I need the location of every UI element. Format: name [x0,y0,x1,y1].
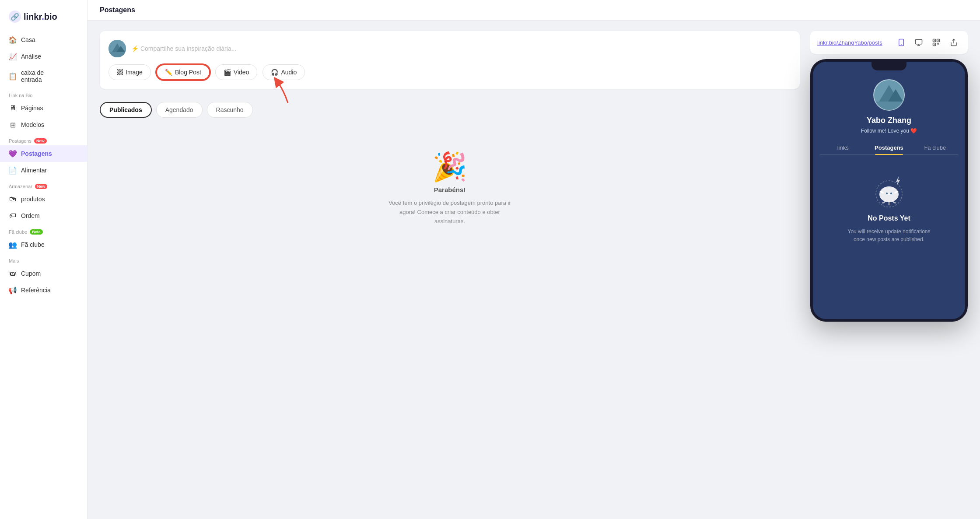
sidebar-item-analise[interactable]: 📈 Análise [0,48,87,65]
sidebar-item-label: Casa [21,36,35,43]
svg-rect-13 [938,40,939,41]
section-link-na-bio: Link na Bio [0,88,87,100]
phone-notch [872,62,906,70]
sidebar-item-label: Ordem [21,212,40,219]
no-posts-description: You will receive update notifications on… [845,228,933,243]
phone-tab-fa-clube[interactable]: Fã clube [912,141,958,154]
logo: 🔗 linkr.bio [0,7,87,32]
mobile-preview-button[interactable] [894,35,908,49]
sidebar-item-cupom[interactable]: 🎟 Cupom [0,265,87,282]
sidebar-item-alimentar[interactable]: 📄 Alimentar [0,162,87,179]
right-panel: linkr.bio/ZhangYabo/posts [810,31,968,508]
left-panel: ⚡ Compartilhe sua inspiração diária... 🖼… [100,31,800,508]
tab-agendado[interactable]: Agendado [156,102,203,118]
svg-point-26 [879,186,899,202]
page-title: Postagens [100,6,135,14]
svg-rect-19 [938,45,939,46]
create-post-card: ⚡ Compartilhe sua inspiração diária... 🖼… [100,31,800,89]
templates-icon: ⊞ [9,121,17,129]
coupon-icon: 🎟 [9,270,17,277]
audio-icon: 🎧 [271,69,278,76]
sidebar-item-label: produtos [21,196,45,203]
empty-description: Você tem o privilégio de postagem pronto… [388,199,511,226]
sidebar-item-modelos[interactable]: ⊞ Modelos [0,116,87,133]
analytics-icon: 📈 [9,53,17,60]
mobile-icon [897,39,905,46]
home-icon: 🏠 [9,36,17,44]
sidebar-item-label: Páginas [21,105,43,112]
post-type-audio[interactable]: 🎧 Audio [262,64,305,80]
tabs-row: Publicados Agendado Rascunho [100,102,800,118]
tab-rascunho[interactable]: Rascunho [207,102,253,118]
pages-icon: 🖥 [9,104,17,112]
post-type-blog[interactable]: ✏️ Blog Post [156,64,210,80]
post-type-video[interactable]: 🎬 Video [215,64,258,80]
sidebar-item-label: Alimentar [21,167,47,174]
post-type-buttons: 🖼 Image ✏️ Blog Post 🎬 Video 🎧 Audio [108,64,791,80]
post-input-row: ⚡ Compartilhe sua inspiração diária... [108,40,791,57]
svg-rect-15 [934,44,935,45]
image-icon: 🖼 [117,69,123,76]
content-area: ⚡ Compartilhe sua inspiração diária... 🖼… [88,21,980,519]
empty-title: Parabéns! [434,186,466,193]
sidebar-item-label: Análise [21,53,41,60]
sidebar: 🔗 linkr.bio 🏠 Casa 📈 Análise 📋 caixa dee… [0,0,88,519]
tab-publicados[interactable]: Publicados [100,102,152,118]
share-icon [950,39,958,46]
phone-tab-links[interactable]: links [820,141,866,154]
svg-rect-18 [937,45,938,46]
section-armazenar: Armazenar New [0,179,87,191]
new-badge: New [34,138,47,144]
sidebar-item-caixa[interactable]: 📋 caixa deentrada [0,65,87,88]
phone-avatar [873,79,905,111]
preview-bar: linkr.bio/ZhangYabo/posts [810,31,968,54]
empty-state: 🎉 Parabéns! Você tem o privilégio de pos… [100,126,800,252]
sidebar-item-label: Referência [21,287,51,294]
preview-icons [894,35,961,49]
section-mais: Mais [0,253,87,265]
sidebar-item-paginas[interactable]: 🖥 Páginas [0,100,87,116]
logo-icon: 🔗 [9,11,21,23]
desktop-preview-button[interactable] [912,35,926,49]
fan-club-icon: 👥 [9,241,17,249]
svg-point-8 [901,44,902,45]
order-icon: 🏷 [9,212,17,220]
video-icon: 🎬 [224,69,231,76]
svg-rect-17 [938,43,939,44]
post-type-image[interactable]: 🖼 Image [108,64,151,80]
post-placeholder[interactable]: ⚡ Compartilhe sua inspiração diária... [131,45,236,52]
phone-content: Yabo Zhang Follow me! Love you ❤️ links … [813,70,965,319]
svg-rect-5 [108,52,126,57]
phone-tab-postagens[interactable]: Postagens [866,141,912,154]
sidebar-item-fa-clube[interactable]: 👥 Fã clube [0,236,87,253]
svg-text:🔗: 🔗 [10,13,19,21]
sidebar-item-postagens[interactable]: 💜 Postagens [0,145,87,162]
topbar: Postagens [88,0,980,21]
referral-icon: 📢 [9,286,17,294]
sidebar-item-label: Fã clube [21,241,45,248]
share-button[interactable] [947,35,961,49]
inbox-icon: 📋 [9,72,17,80]
blog-icon: ✏️ [165,69,172,76]
sidebar-item-label: caixa deentrada [21,69,44,83]
beta-badge: Beta [30,229,43,235]
feed-icon: 📄 [9,166,17,174]
phone-tabs: links Postagens Fã clube [820,141,958,155]
no-posts-title: No Posts Yet [868,214,910,222]
sidebar-item-label: Cupom [21,270,41,277]
sidebar-item-casa[interactable]: 🏠 Casa [0,32,87,48]
products-icon: 🛍 [9,195,17,203]
sidebar-item-referencia[interactable]: 📢 Referência [0,282,87,298]
svg-point-27 [886,193,888,194]
phone-mockup: Yabo Zhang Follow me! Love you ❤️ links … [810,59,968,322]
section-postagens: Postagens New [0,133,87,145]
logo-text: linkr.bio [24,12,57,22]
svg-rect-11 [934,40,935,41]
qr-code-icon [932,39,940,46]
qr-code-button[interactable] [929,35,943,49]
sidebar-item-ordem[interactable]: 🏷 Ordem [0,207,87,224]
svg-rect-24 [874,102,904,110]
avatar [108,40,126,57]
sidebar-item-produtos[interactable]: 🛍 produtos [0,191,87,207]
preview-url[interactable]: linkr.bio/ZhangYabo/posts [817,39,889,46]
